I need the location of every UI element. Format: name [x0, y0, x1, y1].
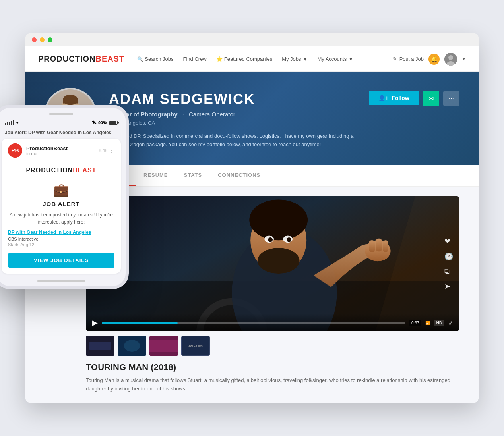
- battery-icon: [109, 121, 118, 125]
- profile-location: 📍 Los Angeles, CA: [109, 120, 356, 126]
- svg-rect-26: [376, 239, 382, 251]
- mail-icon: ✉: [428, 95, 434, 102]
- send-icon[interactable]: ➤: [444, 282, 453, 291]
- profile-actions: 👤+ Follow ✉ ···: [369, 88, 459, 106]
- user-avatar[interactable]: [444, 53, 457, 66]
- ellipsis-icon: ···: [449, 95, 454, 102]
- profile-name: ADAM SEDGEWICK: [109, 91, 356, 108]
- nav-my-accounts[interactable]: My Accounts ▼: [317, 56, 353, 62]
- scene-svg: [86, 196, 459, 331]
- view-job-button[interactable]: VIEW JOB DETAILS: [8, 253, 114, 268]
- clock-icon[interactable]: 🕐: [444, 252, 453, 261]
- chevron-down-icon: ▼: [303, 56, 308, 62]
- svg-rect-29: [89, 342, 111, 350]
- phone-status-bar: ▾ 🛰 90%: [0, 118, 126, 127]
- svg-rect-12: [63, 100, 78, 104]
- pencil-icon: ✎: [393, 56, 397, 62]
- site-logo[interactable]: PRODUCTIONBEAST: [38, 54, 124, 64]
- video-controls: ▶ 0:37 📶 HD ⤢: [86, 314, 459, 331]
- video-time: 0:37: [409, 320, 421, 326]
- bluetooth-icon: 🛰: [92, 120, 96, 125]
- movie-description: Touring Man is a musical drama that foll…: [86, 376, 459, 393]
- thumbnail-1[interactable]: [86, 336, 114, 356]
- job-link[interactable]: DP with Gear Needed in Los Angeles: [8, 230, 114, 235]
- notifications-bell[interactable]: 🔔: [428, 54, 440, 65]
- nav-find-crew[interactable]: Find Crew: [183, 56, 207, 62]
- notif-body: PRODUCTIONBEAST 💼 JOB ALERT A new job ha…: [2, 161, 121, 274]
- briefcase-icon: 💼: [8, 182, 114, 197]
- profile-title: Director of Photography · Camera Operato…: [109, 111, 356, 118]
- job-date: Starts Aug 12: [8, 242, 114, 247]
- job-alert-body: A new job has been posted in your area! …: [8, 211, 114, 226]
- profile-bio: Seasoned DP. Specialized in commercial a…: [109, 132, 355, 149]
- notification-card: PB ProductionBeast to me 8:48 ⋮: [2, 139, 121, 274]
- heart-icon[interactable]: ❤: [444, 237, 453, 246]
- notif-top: PB ProductionBeast to me 8:48 ⋮: [2, 139, 121, 161]
- sender-info-col: ProductionBeast to me: [26, 145, 68, 156]
- tab-resume[interactable]: RESUME: [136, 165, 176, 186]
- layers-icon[interactable]: ⧉: [444, 267, 453, 276]
- follow-button[interactable]: 👤+ Follow: [369, 91, 419, 105]
- sender-name: ProductionBeast: [26, 145, 68, 151]
- svg-rect-33: [149, 340, 178, 352]
- browser-titlebar: [25, 33, 479, 46]
- browser-dot-minimize[interactable]: [40, 37, 45, 42]
- job-company: CBS Interactive: [8, 237, 114, 241]
- tab-stats[interactable]: STATS: [176, 165, 210, 186]
- phone-speaker: [49, 113, 73, 115]
- progress-fill: [102, 322, 178, 324]
- play-button[interactable]: ▶: [92, 318, 98, 327]
- battery-percent: 90%: [98, 120, 107, 125]
- nav-featured-companies[interactable]: ⭐ Featured Companies: [216, 56, 272, 62]
- progress-bar[interactable]: [102, 322, 405, 324]
- profile-info: ADAM SEDGEWICK Director of Photography ·…: [109, 88, 356, 149]
- svg-rect-27: [383, 240, 388, 252]
- video-player[interactable]: ❤ 🕐 ⧉ ➤ ▶ 0:37 📶: [86, 196, 459, 331]
- logo-production: PRODUCTION: [38, 54, 95, 63]
- signal-bars: ▾: [5, 120, 18, 125]
- nav-actions: ✎ Post a Job 🔔 ▼: [393, 53, 466, 66]
- notif-sender-row: PB ProductionBeast to me 8:48 ⋮: [8, 143, 114, 158]
- hd-badge: HD: [434, 320, 444, 326]
- more-dots-icon: ⋮: [109, 147, 114, 154]
- browser-dot-close[interactable]: [32, 37, 37, 42]
- fullscreen-button[interactable]: ⤢: [448, 320, 453, 326]
- logo-beast: BEAST: [95, 54, 124, 63]
- notification-header: Job Alert: DP with Gear Needed in Los An…: [0, 127, 126, 139]
- pb-logo-inline: PRODUCTIONBEAST: [8, 161, 114, 177]
- movie-title: TOURING MAN (2018): [86, 362, 459, 372]
- pb-logo-red: BEAST: [73, 167, 96, 174]
- svg-point-18: [249, 199, 308, 240]
- nav-search-jobs[interactable]: 🔍 Search Jobs: [137, 56, 173, 62]
- thumbnail-3[interactable]: [149, 336, 178, 356]
- sender-sub: to me: [26, 151, 68, 156]
- browser-dot-fullscreen[interactable]: [48, 37, 52, 42]
- thumbnail-2[interactable]: [118, 336, 146, 356]
- nav-links: 🔍 Search Jobs Find Crew ⭐ Featured Compa…: [137, 56, 392, 62]
- notification-title: Job Alert: DP with Gear Needed in Los An…: [5, 130, 111, 135]
- video-icons-right: ❤ 🕐 ⧉ ➤: [444, 237, 453, 291]
- svg-point-31: [124, 340, 140, 352]
- add-person-icon: 👤+: [378, 95, 388, 101]
- search-icon: 🔍: [137, 56, 143, 62]
- more-options-button[interactable]: ···: [443, 91, 459, 106]
- notif-time: 8:48 ⋮: [99, 147, 114, 154]
- svg-rect-25: [369, 240, 375, 252]
- phone-home-indicator: [37, 280, 85, 282]
- status-icons: 🛰 90%: [92, 120, 118, 125]
- thumbnail-4[interactable]: AVENGERS: [181, 336, 210, 356]
- svg-text:AVENGERS: AVENGERS: [188, 345, 203, 347]
- navbar: PRODUCTIONBEAST 🔍 Search Jobs Find Crew …: [25, 46, 479, 72]
- post-job-button[interactable]: ✎ Post a Job: [393, 56, 424, 62]
- svg-point-23: [287, 237, 291, 242]
- account-chevron-icon: ▼: [462, 57, 466, 61]
- pb-logo-black: PRODUCTION: [26, 167, 73, 174]
- star-icon: ⭐: [216, 56, 223, 62]
- nav-my-jobs[interactable]: My Jobs ▼: [282, 56, 308, 62]
- message-button[interactable]: ✉: [423, 91, 439, 106]
- tab-connections[interactable]: CONNECTIONS: [210, 165, 268, 186]
- sender-avatar: PB: [8, 143, 22, 158]
- portfolio-content: ❤ 🕐 ⧉ ➤ ▶ 0:37 📶: [86, 196, 459, 393]
- chevron-down-icon-accounts: ▼: [348, 56, 353, 62]
- svg-point-3: [448, 55, 453, 60]
